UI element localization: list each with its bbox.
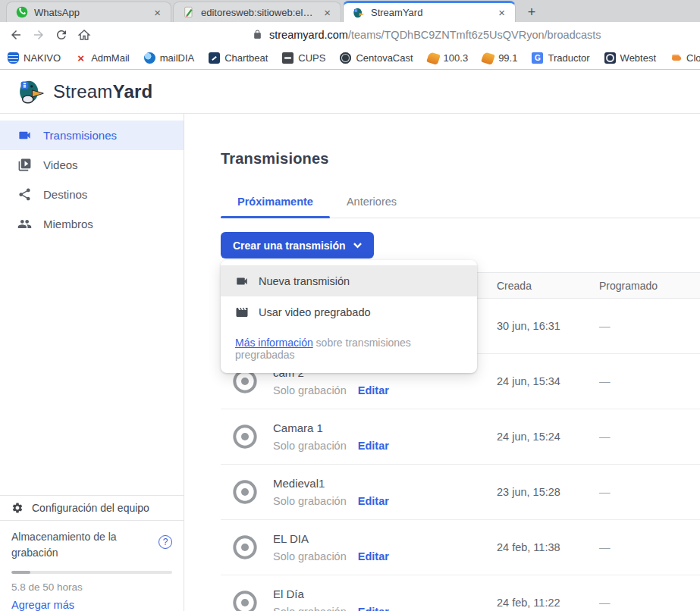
created-cell: 30 jun, 16:31 [488,320,590,332]
tab-whatsapp[interactable]: WhatsApp × [6,2,171,22]
sidebar-item-label: Videos [43,158,78,171]
chartbeat-icon [209,52,220,64]
table-row[interactable]: Camara 1 Solo grabaciónEditar 24 jun, 15… [221,409,700,465]
sidebar-item-transmisiones[interactable]: Transmisiones [0,121,184,150]
created-cell: 23 jun, 15:28 [488,486,590,498]
url-host: streamyard.com [269,29,348,41]
sidebar-item-videos[interactable]: Videos [0,150,184,180]
broadcast-subtitle: Solo grabación [273,550,347,562]
edit-link[interactable]: Editar [358,384,389,396]
bookmark-admmail[interactable]: AdmMail [75,52,130,64]
streamyard-header: StreamYard [0,70,700,114]
streamyard-duck-icon [17,79,46,105]
tab-streamyard-active[interactable]: StreamYard × [343,1,516,22]
home-icon[interactable] [74,25,94,45]
bookmark-chartbeat[interactable]: Chartbeat [209,52,268,64]
table-row[interactable]: Medieval1 Solo grabaciónEditar 23 jun, 1… [221,465,700,520]
tab-proximamente[interactable]: Próximamente [221,196,330,218]
forward-icon[interactable] [29,25,49,45]
new-tab-button[interactable] [520,2,543,22]
created-cell: 24 jun, 15:34 [488,375,590,387]
address-bar[interactable]: streamyard.com/teams/TQDhBC9ZNTmft6z5UsQ… [97,24,694,45]
main-content: Transmisiones Próximamente Anteriores Cr… [184,114,700,611]
bookmark-nakivo[interactable]: NAKIVO [8,52,61,64]
broadcast-subtitle: Solo grabación [273,495,347,507]
table-row[interactable]: El Día Solo grabaciónEditar 24 feb, 11:2… [221,575,700,611]
edit-link[interactable]: Editar [358,440,389,452]
scheduled-cell: — [590,431,700,443]
torch-icon [426,52,441,65]
edit-link[interactable]: Editar [358,550,389,562]
bookmark-webtest[interactable]: Webtest [604,52,656,64]
browser-window: WhatsApp × editoresweb:sitioweb:eldia.co… [0,0,700,611]
tab-anteriores[interactable]: Anteriores [330,196,413,218]
sidebar-item-destinos[interactable]: Destinos [0,180,184,209]
reload-icon[interactable] [52,25,71,45]
back-icon[interactable] [6,25,26,45]
scheduled-cell: — [590,597,700,609]
share-icon [17,187,32,202]
bookmark-traductor[interactable]: Traductor [532,52,589,64]
videocam-icon [235,274,249,288]
broadcast-subtitle: Solo grabación [273,384,347,396]
maildia-icon [144,52,155,64]
team-settings-button[interactable]: Configuración del equipo [0,495,184,520]
page-title: Transmisiones [221,150,700,168]
bookmark-label: CloudFlare [686,52,700,64]
broadcast-cell: El Día Solo grabaciónEditar [221,588,488,611]
bookmark-label: Webtest [620,52,656,64]
menu-item-usar-video-pregrabado[interactable]: Usar video pregrabado [221,296,477,327]
sidebar-item-label: Transmisiones [43,129,117,142]
gear-icon [11,502,24,514]
bookmark-centovacast[interactable]: CentovaCast [340,52,413,64]
bookmark-radio-100-3[interactable]: 100.3 [428,52,469,64]
team-settings-label: Configuración del equipo [32,502,149,514]
create-broadcast-button[interactable]: Crear una transmisión [221,232,374,258]
help-icon[interactable] [159,535,172,549]
record-icon [230,588,260,611]
bookmark-cloudflare[interactable]: CloudFlare [670,52,700,64]
translate-icon [532,52,543,64]
cloud-icon [670,52,682,64]
close-icon[interactable]: × [152,6,163,19]
created-cell: 24 feb, 11:22 [488,597,590,609]
video-library-icon [17,158,32,172]
broadcast-title: Medieval1 [273,477,389,490]
bookmark-cups[interactable]: CUPS [282,52,325,64]
create-dropdown-menu: Nueva transmisión Usar video pregrabado … [221,260,477,373]
brand-text: StreamYard [53,81,152,102]
bookmark-maildia[interactable]: mailDIA [144,52,195,64]
broadcast-subtitle: Solo grabación [273,606,347,611]
close-icon[interactable]: × [496,6,507,19]
streamyard-logo[interactable]: StreamYard [17,79,152,105]
mas-informacion-link[interactable]: Más información [235,337,313,349]
tab-editoresweb[interactable]: editoresweb:sitioweb:eldia.co × [173,2,341,22]
storage-progress-bar [11,571,172,574]
edit-link[interactable]: Editar [358,606,389,611]
storage-label: Almacenamiento de la grabación [11,529,139,562]
broadcast-cell: Medieval1 Solo grabaciónEditar [221,477,488,507]
menu-item-label: Usar video pregrabado [259,306,371,318]
videocam-icon [17,128,32,143]
bookmark-radio-99-1[interactable]: 99.1 [482,52,517,64]
add-more-link[interactable]: Agregar más [11,599,172,611]
sidebar-item-miembros[interactable]: Miembros [0,209,184,239]
menu-item-label: Nueva transmisión [259,275,350,287]
record-icon [230,532,260,562]
bookmark-label: 100.3 [444,52,469,64]
tab-title: WhatsApp [34,7,146,18]
create-broadcast-label: Crear una transmisión [233,240,346,252]
streamyard-duck-icon [353,7,365,19]
record-icon [230,477,260,507]
storage-usage: 5.8 de 50 horas [11,581,172,593]
table-row[interactable]: EL DIA Solo grabaciónEditar 24 feb, 11:3… [221,520,700,575]
menu-item-nueva-transmision[interactable]: Nueva transmisión [221,265,477,296]
tab-title: StreamYard [371,7,490,18]
broadcast-cell: Camara 1 Solo grabaciónEditar [221,421,488,452]
admmail-icon [75,52,86,64]
close-icon[interactable]: × [322,6,333,19]
edit-link[interactable]: Editar [358,495,389,507]
sidebar-item-label: Destinos [43,188,87,201]
bookmark-label: Chartbeat [224,52,268,64]
members-icon [17,217,32,231]
